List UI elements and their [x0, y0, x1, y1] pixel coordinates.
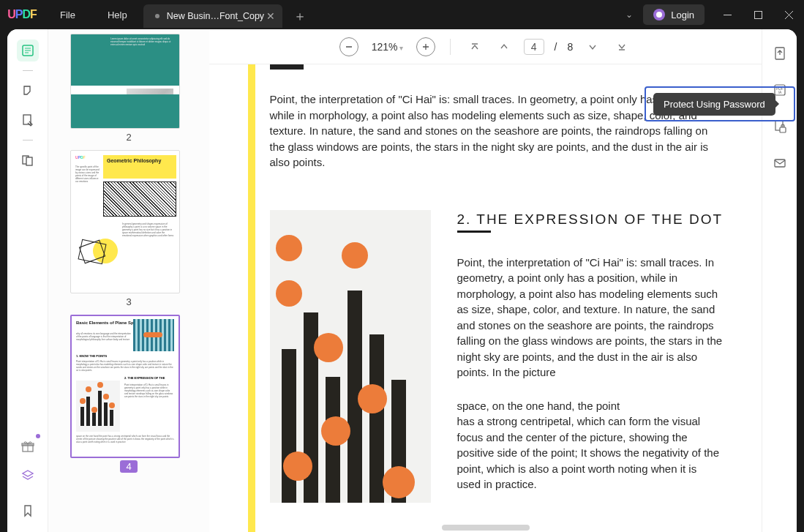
page-separator: / [555, 41, 557, 53]
view-toolbar: 121%▾ 4 / 8 [209, 29, 762, 64]
horizontal-scrollbar[interactable] [442, 525, 530, 531]
paragraph: space, on the one hand, the point has a … [457, 398, 724, 492]
first-page-button[interactable] [465, 37, 484, 56]
window-close[interactable] [773, 0, 804, 29]
protect-tooltip: Protect Using Password [653, 93, 775, 116]
zoom-out-button[interactable] [339, 37, 358, 56]
menu-file[interactable]: File [44, 0, 91, 29]
new-tab-button[interactable]: ＋ [288, 4, 312, 28]
comment-tool-icon[interactable] [17, 80, 39, 102]
bookmark-icon[interactable] [17, 500, 39, 522]
page-accent-stripe [248, 64, 255, 532]
prev-page-button[interactable] [495, 37, 514, 56]
menu-help[interactable]: Help [91, 0, 143, 29]
thumbnail-page-4[interactable]: Basic Elements of Plane Space why all em… [70, 315, 187, 475]
login-button[interactable]: Login [643, 4, 705, 25]
left-rail [7, 29, 48, 532]
zoom-level[interactable]: 121%▾ [369, 41, 406, 53]
layers-icon[interactable] [17, 465, 39, 487]
avatar-icon [653, 9, 665, 20]
thumbnail-panel[interactable]: Lorem ipsum dolor sit amet consectetur a… [48, 29, 209, 532]
reader-mode-icon[interactable] [17, 40, 39, 61]
window-maximize[interactable] [743, 0, 773, 29]
tab-title: New Busin…Font_Copy [167, 11, 264, 21]
section-heading: 2. THE EXPRESSION OF THE DOT [457, 210, 724, 229]
article-image [270, 210, 431, 503]
login-label: Login [671, 10, 694, 20]
tab-overflow-chevron[interactable]: ⌄ [615, 10, 643, 20]
thumb-label: 3 [70, 293, 187, 310]
tab-dot-icon [155, 14, 159, 18]
last-page-button[interactable] [612, 37, 631, 56]
thumbnail-page-3[interactable]: UPDF Geometric Philosophy The specific p… [70, 150, 187, 310]
gift-icon[interactable] [17, 435, 39, 457]
edit-tool-icon[interactable] [17, 109, 39, 131]
app-logo: UPDF [0, 8, 44, 21]
svg-rect-10 [26, 157, 32, 165]
svg-rect-1 [754, 11, 762, 18]
window-minimize[interactable] [712, 0, 743, 29]
thumb-label: 4 [70, 458, 187, 475]
page-tool-icon[interactable] [17, 149, 39, 171]
next-page-button[interactable] [583, 37, 602, 56]
page-total: 8 [567, 41, 573, 53]
export-icon[interactable] [769, 42, 791, 64]
page-content: Point, the interpretation of "Ci Hai" is… [233, 64, 738, 532]
tab-close-button[interactable]: ✕ [266, 10, 275, 22]
protect-tooltip-highlight: Protect Using Password [645, 86, 795, 121]
svg-rect-24 [780, 127, 786, 132]
titlebar: UPDF File Help New Busin…Font_Copy ✕ ＋ ⌄… [0, 0, 804, 29]
document-viewport[interactable]: Point, the interpretation of "Ci Hai" is… [209, 64, 762, 532]
workspace: Lorem ipsum dolor sit amet consectetur a… [7, 29, 797, 532]
paragraph: Point, the interpretation of "Ci Hai" is… [457, 255, 724, 381]
zoom-in-button[interactable] [416, 37, 435, 56]
svg-rect-8 [23, 115, 31, 124]
thumbnail-page-2[interactable]: Lorem ipsum dolor sit amet consectetur a… [70, 34, 187, 146]
document-tab[interactable]: New Busin…Font_Copy ✕ [143, 4, 282, 28]
page-input[interactable]: 4 [524, 39, 544, 55]
svg-rect-25 [775, 160, 785, 167]
mail-icon[interactable] [769, 152, 791, 174]
thumb-label: 2 [70, 129, 187, 146]
